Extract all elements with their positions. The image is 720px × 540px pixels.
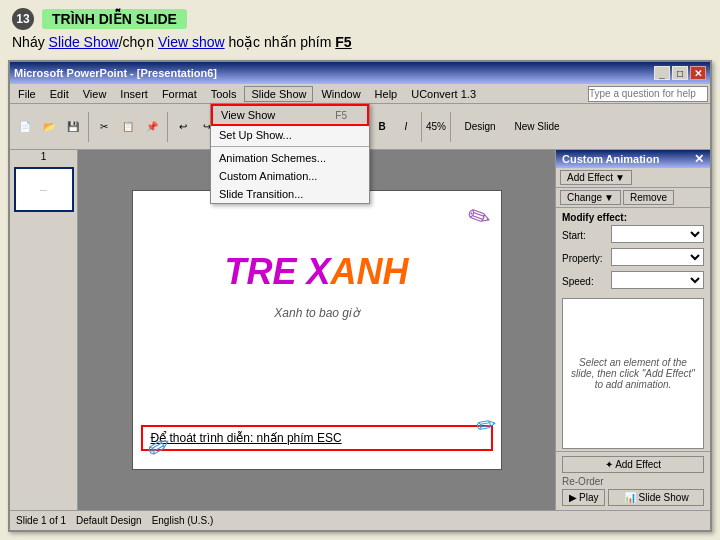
dropdown-animation-schemes[interactable]: Animation Schemes... bbox=[211, 149, 369, 167]
status-bar: Slide 1 of 1 Default Design English (U.S… bbox=[10, 510, 710, 530]
reorder-label: Re-Order bbox=[562, 476, 704, 487]
open-icon[interactable]: 📂 bbox=[38, 116, 60, 138]
slide-panel: 1 — bbox=[10, 150, 78, 510]
add-effect-button[interactable]: Add Effect ▼ bbox=[560, 170, 632, 185]
custom-animation-panel: Custom Animation ✕ Add Effect ▼ Change ▼ bbox=[555, 150, 710, 510]
pencil-right-icon: ✏ bbox=[463, 198, 496, 237]
escape-instruction-box: Để thoát trình diễn: nhấn phím ESC bbox=[141, 425, 493, 451]
slide-transition-label: Slide Transition... bbox=[219, 188, 303, 200]
menu-window[interactable]: Window bbox=[315, 87, 366, 101]
modify-effect-section: Modify effect: Start: Property: Speed: bbox=[556, 208, 710, 296]
panel-bottom: ✦ Add Effect Re-Order ▶ Play 📊 Slide Sho… bbox=[556, 451, 710, 510]
slide-show-link[interactable]: Slide Show bbox=[49, 34, 119, 50]
dropdown-view-show[interactable]: View Show F5 bbox=[211, 104, 369, 126]
slash-chon: /chọn bbox=[119, 34, 154, 50]
status-design: Default Design bbox=[76, 515, 142, 526]
modify-effect-label: Modify effect: bbox=[562, 212, 704, 223]
pencil-right2-icon: ✏ bbox=[473, 409, 498, 440]
add-effect-bottom-label: Add Effect bbox=[615, 459, 661, 470]
slide-number: 1 bbox=[10, 150, 77, 163]
design-label: Design bbox=[464, 121, 495, 132]
panel-title: Custom Animation ✕ bbox=[556, 150, 710, 168]
title-row: 13 TRÌNH DIỄN SLIDE bbox=[12, 8, 708, 30]
slide[interactable]: ✏ TRE X ANH Xanh to bao giờ Để thoát trì… bbox=[132, 190, 502, 470]
speed-label: Speed: bbox=[562, 276, 607, 287]
italic-button[interactable]: I bbox=[395, 116, 417, 138]
animation-list-text: Select an element of the slide, then cli… bbox=[567, 357, 699, 390]
escape-text: Để thoát trình diễn: nhấn phím ESC bbox=[151, 431, 342, 445]
separator-5 bbox=[450, 112, 451, 142]
speed-select[interactable] bbox=[611, 271, 704, 289]
custom-animation-label: Custom Animation... bbox=[219, 170, 317, 182]
menu-uconvert[interactable]: UConvert 1.3 bbox=[405, 87, 482, 101]
menu-edit[interactable]: Edit bbox=[44, 87, 75, 101]
title-label: TRÌNH DIỄN SLIDE bbox=[42, 9, 187, 29]
remove-button[interactable]: Remove bbox=[623, 190, 674, 205]
title-bar-buttons: _ □ ✕ bbox=[654, 66, 706, 80]
dropdown-menu: View Show F5 Set Up Show... Animation Sc… bbox=[210, 103, 370, 204]
minimize-button[interactable]: _ bbox=[654, 66, 670, 80]
tre-text: TRE bbox=[224, 251, 296, 293]
window-title: Microsoft PowerPoint - [Presentation6] bbox=[14, 67, 217, 79]
x-letter: X bbox=[307, 251, 331, 293]
view-show-label: View Show bbox=[221, 109, 275, 121]
add-effect-bottom-button[interactable]: ✦ Add Effect bbox=[562, 456, 704, 473]
instruction-row: Nháy Slide Show/chọn View show hoặc nhấn… bbox=[12, 34, 708, 50]
dropdown-setup-show[interactable]: Set Up Show... bbox=[211, 126, 369, 144]
undo-icon[interactable]: ↩ bbox=[172, 116, 194, 138]
design-button[interactable]: Design bbox=[455, 116, 505, 138]
title-bar: Microsoft PowerPoint - [Presentation6] _… bbox=[10, 62, 710, 84]
f5-key: F5 bbox=[335, 34, 351, 50]
slide-area: ✏ TRE X ANH Xanh to bao giờ Để thoát trì… bbox=[78, 150, 555, 510]
save-icon[interactable]: 💾 bbox=[62, 116, 84, 138]
dropdown-slide-transition[interactable]: Slide Transition... bbox=[211, 185, 369, 203]
animation-schemes-label: Animation Schemes... bbox=[219, 152, 326, 164]
menu-format[interactable]: Format bbox=[156, 87, 203, 101]
bold-button[interactable]: B bbox=[371, 116, 393, 138]
new-slide-label: New Slide bbox=[515, 121, 560, 132]
menu-tools[interactable]: Tools bbox=[205, 87, 243, 101]
x-text bbox=[296, 251, 306, 293]
close-button[interactable]: ✕ bbox=[690, 66, 706, 80]
anh-text: ANH bbox=[331, 251, 409, 293]
tre-xanh-title: TRE X ANH bbox=[224, 251, 408, 293]
ppt-window: Microsoft PowerPoint - [Presentation6] _… bbox=[8, 60, 712, 532]
rest-text: hoặc nhấn phím bbox=[229, 34, 332, 50]
main-content: 1 — ✏ TRE X ANH bbox=[10, 150, 710, 510]
change-button[interactable]: Change ▼ bbox=[560, 190, 621, 205]
setup-show-label: Set Up Show... bbox=[219, 129, 292, 141]
thumb-content: — bbox=[40, 186, 47, 193]
new-icon[interactable]: 📄 bbox=[14, 116, 36, 138]
slide-subtitle: Xanh to bao giờ bbox=[274, 306, 358, 320]
separator-2 bbox=[167, 112, 168, 142]
panel-toolbar: Add Effect ▼ bbox=[556, 168, 710, 188]
instruction-text: Nháy bbox=[12, 34, 45, 50]
menu-slideshow[interactable]: Slide Show bbox=[244, 86, 313, 102]
menu-help[interactable]: Help bbox=[369, 87, 404, 101]
panel-close-button[interactable]: ✕ bbox=[694, 152, 704, 166]
separator-1 bbox=[88, 112, 89, 142]
copy-icon[interactable]: 📋 bbox=[117, 116, 139, 138]
menu-insert[interactable]: Insert bbox=[114, 87, 154, 101]
slideshow-button[interactable]: 📊 Slide Show bbox=[608, 489, 704, 506]
menu-view[interactable]: View bbox=[77, 87, 113, 101]
property-select[interactable] bbox=[611, 248, 704, 266]
question-input[interactable] bbox=[588, 86, 708, 102]
panel-title-label: Custom Animation bbox=[562, 153, 659, 165]
start-select[interactable] bbox=[611, 225, 704, 243]
slideshow-label: 📊 Slide Show bbox=[624, 492, 689, 503]
dropdown-custom-animation[interactable]: Custom Animation... bbox=[211, 167, 369, 185]
menu-file[interactable]: File bbox=[12, 87, 42, 101]
play-button[interactable]: ▶ Play bbox=[562, 489, 605, 506]
paste-icon[interactable]: 📌 bbox=[141, 116, 163, 138]
badge: 13 bbox=[12, 8, 34, 30]
cut-icon[interactable]: ✂ bbox=[93, 116, 115, 138]
page: 13 TRÌNH DIỄN SLIDE Nháy Slide Show/chọn… bbox=[0, 0, 720, 540]
new-slide-button[interactable]: New Slide bbox=[507, 116, 567, 138]
view-show-link[interactable]: View show bbox=[158, 34, 225, 50]
start-label: Start: bbox=[562, 230, 607, 241]
slide-thumbnail[interactable]: — bbox=[14, 167, 74, 212]
remove-label: Remove bbox=[630, 192, 667, 203]
maximize-button[interactable]: □ bbox=[672, 66, 688, 80]
play-label: Play bbox=[579, 492, 598, 503]
